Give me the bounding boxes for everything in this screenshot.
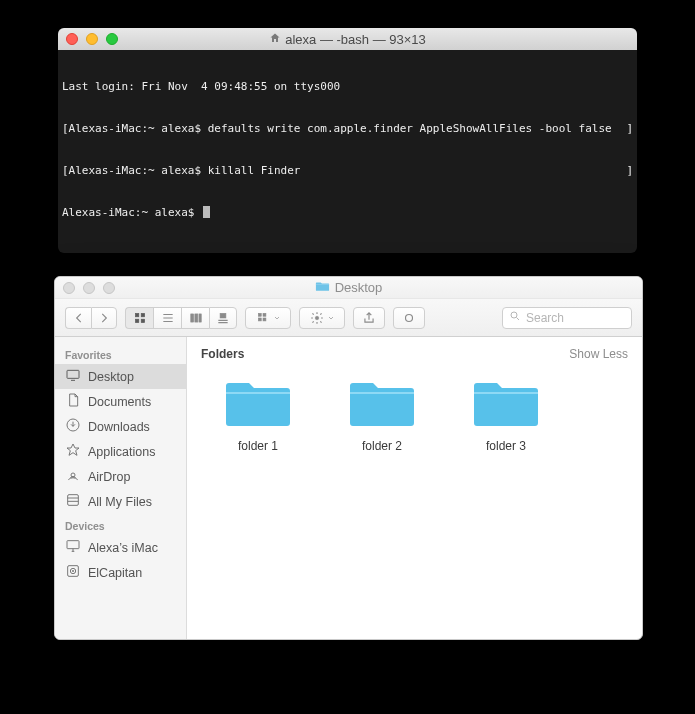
svg-rect-20 (68, 566, 79, 577)
search-input[interactable]: Search (502, 307, 632, 329)
tags-button[interactable] (393, 307, 425, 329)
list-view-button[interactable] (153, 307, 181, 329)
finder-window: Desktop Search Favorites (54, 276, 643, 640)
sidebar-item-allmyfiles[interactable]: All My Files (55, 489, 186, 514)
svg-point-12 (315, 316, 319, 320)
folder-item[interactable]: folder 2 (341, 375, 423, 453)
svg-rect-11 (263, 318, 266, 321)
sidebar-item-label: Applications (88, 445, 178, 459)
terminal-line: [Alexas-iMac:~ alexa$ killall Finder ] (62, 164, 633, 178)
svg-rect-10 (263, 313, 266, 316)
svg-rect-3 (141, 319, 145, 323)
svg-rect-0 (135, 313, 139, 317)
sidebar-item-desktop[interactable]: Desktop (55, 364, 186, 389)
finder-title-text: Desktop (335, 280, 383, 295)
svg-rect-8 (258, 313, 261, 316)
svg-rect-18 (68, 495, 79, 506)
folder-icon (217, 375, 299, 433)
svg-point-22 (72, 570, 73, 571)
svg-rect-2 (135, 319, 139, 323)
sidebar-item-airdrop[interactable]: AirDrop (55, 464, 186, 489)
sidebar-item-applications[interactable]: Applications (55, 439, 186, 464)
folder-label: folder 2 (341, 439, 423, 453)
close-button[interactable] (66, 33, 78, 45)
folder-icon (315, 280, 330, 295)
column-view-button[interactable] (181, 307, 209, 329)
finder-toolbar: Search (55, 299, 642, 337)
sidebar-item-label: ElCapitan (88, 566, 178, 580)
svg-point-14 (511, 312, 517, 318)
svg-rect-15 (67, 370, 79, 378)
folder-item[interactable]: folder 1 (217, 375, 299, 453)
cursor (203, 206, 210, 218)
icon-view-button[interactable] (125, 307, 153, 329)
svg-rect-19 (67, 541, 79, 549)
minimize-button[interactable] (86, 33, 98, 45)
folder-label: folder 1 (217, 439, 299, 453)
folder-label: folder 3 (465, 439, 547, 453)
terminal-window: alexa — -bash — 93×13 Last login: Fri No… (58, 28, 637, 253)
svg-rect-7 (220, 313, 226, 318)
search-icon (509, 310, 521, 325)
arrange-dropdown[interactable] (245, 307, 291, 329)
sidebar-item-label: Downloads (88, 420, 178, 434)
sidebar-item-documents[interactable]: Documents (55, 389, 186, 414)
sidebar-item-label: Documents (88, 395, 178, 409)
documents-icon (65, 392, 81, 411)
forward-button[interactable] (91, 307, 117, 329)
terminal-title-text: alexa — -bash — 93×13 (285, 32, 426, 47)
finder-titlebar: Desktop (55, 277, 642, 299)
folder-icon (465, 375, 547, 433)
svg-rect-6 (198, 313, 200, 321)
terminal-line: [Alexas-iMac:~ alexa$ defaults write com… (62, 122, 633, 136)
terminal-line: Alexas-iMac:~ alexa$ (62, 206, 633, 220)
sidebar: Favorites Desktop Documents Downloads Ap… (55, 337, 187, 639)
content-area: Folders Show Less folder 1 folder 2 (187, 337, 642, 639)
sidebar-heading-favorites: Favorites (55, 343, 186, 364)
show-less-button[interactable]: Show Less (569, 347, 628, 361)
finder-title: Desktop (55, 280, 642, 295)
desktop-icon (65, 367, 81, 386)
nav-group (65, 307, 117, 329)
downloads-icon (65, 417, 81, 436)
sidebar-item-device-imac[interactable]: Alexa’s iMac (55, 535, 186, 560)
sidebar-item-label: All My Files (88, 495, 178, 509)
sidebar-item-label: Alexa’s iMac (88, 541, 178, 555)
sidebar-item-label: Desktop (88, 370, 178, 384)
coverflow-view-button[interactable] (209, 307, 237, 329)
terminal-titlebar: alexa — -bash — 93×13 (58, 28, 637, 50)
sidebar-item-label: AirDrop (88, 470, 178, 484)
terminal-window-controls (58, 33, 118, 45)
svg-point-13 (406, 314, 413, 321)
folder-item[interactable]: folder 3 (465, 375, 547, 453)
sidebar-heading-devices: Devices (55, 514, 186, 535)
svg-rect-9 (258, 318, 261, 321)
svg-rect-4 (190, 313, 193, 321)
airdrop-icon (65, 467, 81, 486)
sidebar-item-downloads[interactable]: Downloads (55, 414, 186, 439)
zoom-button[interactable] (106, 33, 118, 45)
sidebar-item-device-disk[interactable]: ElCapitan (55, 560, 186, 585)
imac-icon (65, 538, 81, 557)
view-mode-group (125, 307, 237, 329)
terminal-body[interactable]: Last login: Fri Nov 4 09:48:55 on ttys00… (58, 50, 637, 250)
share-button[interactable] (353, 307, 385, 329)
svg-rect-1 (141, 313, 145, 317)
folder-icon (341, 375, 423, 433)
section-header: Folders Show Less (187, 337, 642, 365)
action-dropdown[interactable] (299, 307, 345, 329)
folder-grid: folder 1 folder 2 folder 3 (187, 365, 642, 463)
home-icon (269, 32, 281, 47)
terminal-title: alexa — -bash — 93×13 (58, 32, 637, 47)
svg-rect-5 (194, 313, 197, 321)
section-title: Folders (201, 347, 244, 361)
disk-icon (65, 563, 81, 582)
applications-icon (65, 442, 81, 461)
terminal-line: Last login: Fri Nov 4 09:48:55 on ttys00… (62, 80, 633, 94)
back-button[interactable] (65, 307, 91, 329)
search-placeholder: Search (526, 311, 564, 325)
svg-point-21 (70, 568, 75, 573)
allmyfiles-icon (65, 492, 81, 511)
